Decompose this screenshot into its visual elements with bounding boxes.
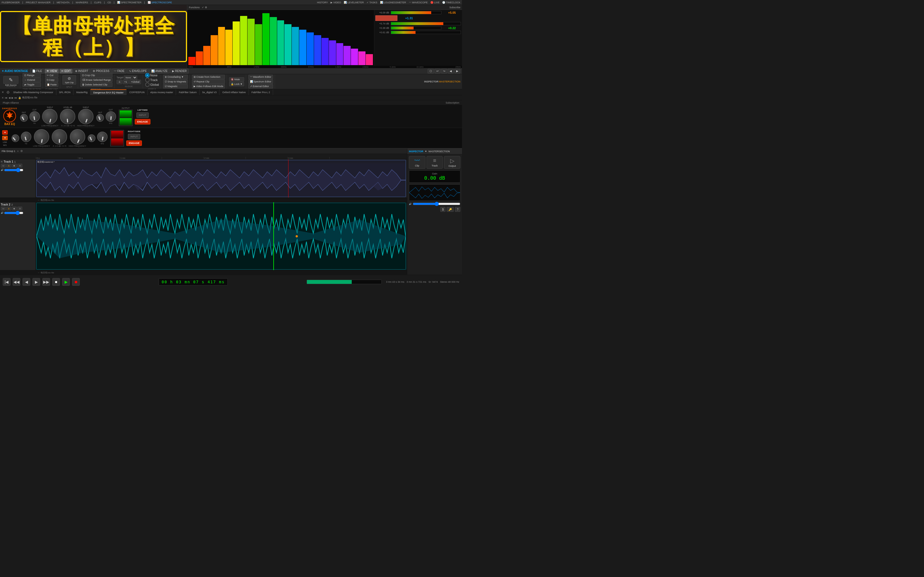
delete-btn[interactable]: 🗑 Delete Selected Clip	[80, 82, 113, 87]
track-1-record[interactable]: ⏺	[12, 164, 17, 168]
help-btn[interactable]: ?	[455, 207, 460, 212]
track-1-settings[interactable]: ⚙	[17, 164, 22, 168]
close-tab-icon[interactable]: ✕	[0, 91, 5, 94]
nav-tasks[interactable]: ✓ TASKS	[367, 1, 377, 4]
plugin-power-icon[interactable]: ⏻	[5, 91, 10, 94]
nav-play-icon[interactable]: ▶	[11, 97, 13, 99]
external-editor-btn[interactable]: ↗ External Editor	[248, 84, 273, 89]
waveform-editor-btn[interactable]: 〰 Waveform Editor	[248, 75, 273, 79]
nudge-minus-btn[interactable]: -1	[116, 80, 122, 84]
highfreq-knob-1[interactable]	[78, 109, 94, 124]
nav-back-icon[interactable]: ⏮	[5, 97, 7, 99]
toggle-btn[interactable]: ⇄ Toggle	[23, 82, 41, 87]
cut-knob-2[interactable]	[21, 132, 31, 142]
repeat-clip-btn[interactable]: ↺ Repeat Clip	[192, 79, 225, 84]
toolbar-btn-3[interactable]: ↪	[441, 69, 447, 74]
gain-fader[interactable]	[413, 203, 460, 205]
plugin-tab-spl[interactable]: SPL IRON	[57, 89, 74, 95]
level-knob-1[interactable]	[60, 109, 75, 124]
plugin-tab-elysia[interactable]: elysia museq master	[148, 89, 176, 95]
out-knob-1[interactable]	[20, 114, 28, 122]
nudge-global-btn[interactable]: +Global	[129, 80, 141, 84]
go-start-btn[interactable]: |◀	[3, 278, 10, 286]
nav-live[interactable]: 🔴 LIVE	[430, 1, 439, 4]
track-2-settings[interactable]: ⚙	[17, 206, 22, 211]
nav-prev-icon[interactable]: ◀	[8, 97, 10, 99]
record-btn[interactable]: ⏺	[72, 278, 80, 286]
plugin-tab-fabfilter[interactable]: FabFilter Saturn	[176, 89, 200, 95]
nav-video[interactable]: ▶ VIDEO	[331, 1, 341, 4]
forward-btn[interactable]: ▶	[32, 278, 40, 286]
ripple-radio-none[interactable]	[145, 73, 150, 77]
inspector-label[interactable]: INSPECTOR	[424, 80, 438, 83]
plugin-tab-bxdigital[interactable]: bx_digital V3	[200, 89, 220, 95]
tab-edit[interactable]: ✏ EDIT	[60, 69, 73, 74]
track-inspector-btn[interactable]: ≡ Track	[426, 156, 443, 169]
nav-markers[interactable]: MARKERS	[76, 1, 88, 4]
split-btn[interactable]: ⊘ Split Clip	[62, 75, 76, 85]
lock-btn[interactable]: 🔒 Lock ▼	[229, 82, 244, 86]
edit-source-btn[interactable]: ✎ Edit Source	[3, 76, 18, 84]
level-knob-2[interactable]	[52, 129, 67, 145]
copy-btn[interactable]: ⎘ Copy	[45, 78, 58, 82]
track-2-clip[interactable]	[36, 203, 406, 269]
output-inspector-btn[interactable]: ▷ Output	[444, 156, 460, 169]
engage-btn-1[interactable]: ENGAGE	[135, 119, 150, 124]
toolbar-btn-1[interactable]: ⬡	[428, 69, 434, 74]
tab-render[interactable]: ▶ RENDER	[170, 69, 189, 74]
range-btn[interactable]: ⊡ Range	[23, 73, 41, 77]
engage-btn-2[interactable]: ENGAGE	[126, 140, 142, 146]
out-knob-2[interactable]	[11, 134, 19, 142]
track-2-mute[interactable]: M	[1, 206, 6, 211]
mute-btn[interactable]: 🔇 Mute	[229, 77, 244, 82]
out-right-knob-2[interactable]	[88, 134, 95, 142]
fast-forward-btn[interactable]: ▶▶	[42, 278, 50, 286]
cut-right-knob-2[interactable]	[97, 132, 108, 142]
out-right-knob-1[interactable]	[96, 114, 104, 122]
dollar-btn[interactable]: $	[440, 207, 446, 212]
track-1-vol-slider[interactable]	[4, 169, 23, 171]
track-2-solo[interactable]: S	[6, 206, 11, 211]
plugin-tab-shadow[interactable]: Shadow Hills Mastering Compressor	[10, 89, 57, 95]
red-btn-2[interactable]: ■	[2, 136, 8, 140]
nav-loudnessmeter[interactable]: 📊 LOUDNESSMETER	[380, 1, 406, 4]
nav-fwd-icon[interactable]: ⏭	[15, 97, 17, 99]
nav-projectmanager[interactable]: PROJECT MANAGER	[26, 1, 51, 4]
group-settings-icon[interactable]: ⚙	[20, 150, 23, 153]
highfreq-knob-2[interactable]	[70, 129, 85, 145]
track-1-clip[interactable]: 晚安呢mastered *	[36, 160, 406, 197]
lowfreq-knob-1[interactable]	[42, 109, 58, 124]
ripple-radio-global[interactable]	[145, 82, 150, 87]
crop-btn[interactable]: ⊡ Crop Clip	[80, 73, 113, 77]
spec-subscribe[interactable]: Subscribe	[449, 6, 460, 9]
video-follows-btn[interactable]: ▶ Video Follows Edit Mode	[192, 84, 225, 89]
spectrum-editor-btn[interactable]: 📊 Spectrum Editor	[248, 79, 273, 84]
track-1-content[interactable]: 晚安呢mastered *	[36, 160, 407, 198]
nudge-plus-btn[interactable]: +1	[123, 80, 129, 84]
erase-btn[interactable]: ⌫ Erase Selected Range	[80, 78, 113, 82]
plugin-tab-coffee[interactable]: COFFEEPUN	[126, 89, 148, 95]
plugin-tab-oxford[interactable]: Oxford Inflator Native	[220, 89, 249, 95]
cut-knob-1[interactable]	[29, 111, 40, 122]
cut-btn[interactable]: ✂ Cut	[45, 73, 58, 77]
lock-small-icon[interactable]: 🔒	[18, 97, 21, 99]
paste-btn[interactable]: 📋 Paste	[45, 82, 58, 87]
toolbar-btn-4[interactable]: ◀	[448, 69, 454, 74]
ripple-radio-track[interactable]	[145, 78, 150, 82]
clip-inspector-btn[interactable]: 〰 Clip	[409, 156, 425, 169]
plugin-tab-masterrig[interactable]: MasterRig	[73, 89, 90, 95]
crossfading-btn[interactable]: ⊗ Crossfading ▼	[163, 75, 188, 79]
track-2-content[interactable]	[36, 202, 407, 270]
spec-functions[interactable]: Functions	[189, 6, 200, 9]
plugin-tab-baxeq[interactable]: Dangerous BAX EQ Master	[90, 89, 126, 95]
spec-check[interactable]: ✓ ⚙	[202, 6, 207, 9]
input-btn-1[interactable]: INPUT	[136, 112, 149, 118]
rewind-btn[interactable]: ◀	[23, 278, 30, 286]
close-icon[interactable]: ✕	[2, 97, 4, 99]
track-1-mute[interactable]: M	[1, 164, 6, 168]
track-1-solo[interactable]: S	[6, 164, 11, 168]
nav-timeclock[interactable]: 🕐 TIMECLOCK	[442, 1, 460, 4]
nav-spectrometer[interactable]: 📊 SPECTROMETER	[117, 1, 142, 4]
create-selection-btn[interactable]: ⊞ Create from Selection	[192, 75, 225, 79]
nav-history[interactable]: HISTORY	[317, 1, 328, 4]
